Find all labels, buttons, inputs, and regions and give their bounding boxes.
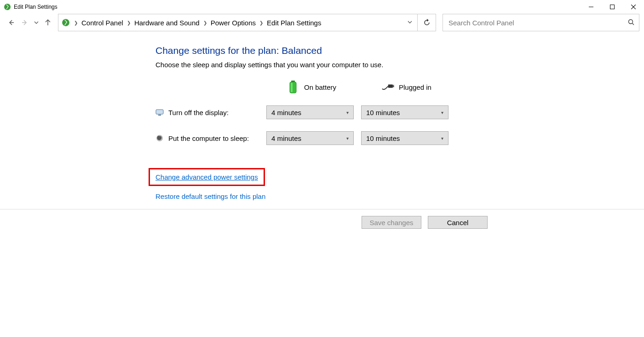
settings-grid: On battery Plugged in Turn off the displ… xyxy=(155,81,644,145)
chevron-down-icon: ▾ xyxy=(441,136,443,141)
page-subtext: Choose the sleep and display settings th… xyxy=(155,61,644,69)
window-title: Edit Plan Settings xyxy=(14,4,58,10)
search-icon[interactable] xyxy=(628,19,634,27)
breadcrumb-item[interactable]: Edit Plan Settings xyxy=(264,19,324,27)
save-button[interactable]: Save changes xyxy=(362,216,421,229)
address-bar[interactable]: ❯ Control Panel ❯ Hardware and Sound ❯ P… xyxy=(58,14,436,31)
svg-line-10 xyxy=(632,23,634,25)
row-label-sleep: Put the computer to sleep: xyxy=(155,134,259,142)
column-header-battery: On battery xyxy=(266,81,354,93)
chevron-right-icon: ❯ xyxy=(126,20,132,25)
restore-defaults-link[interactable]: Restore default settings for this plan xyxy=(155,192,265,200)
chevron-right-icon: ❯ xyxy=(259,20,264,25)
column-header-plugged: Plugged in xyxy=(361,81,448,93)
svg-rect-16 xyxy=(392,87,394,87)
breadcrumb-item[interactable]: Hardware and Sound xyxy=(132,19,202,27)
up-button[interactable] xyxy=(41,16,54,29)
sleep-battery-dropdown[interactable]: 4 minutes ▾ xyxy=(266,131,354,145)
advanced-link-highlight: Change advanced power settings xyxy=(149,168,265,186)
column-header-battery-label: On battery xyxy=(304,83,336,91)
column-header-plugged-label: Plugged in xyxy=(399,83,431,91)
chevron-right-icon: ❯ xyxy=(202,20,208,25)
content-area: Change settings for the plan: Balanced C… xyxy=(0,31,644,200)
plug-icon xyxy=(381,81,394,93)
row-label-sleep-text: Put the computer to sleep: xyxy=(168,134,249,142)
chevron-down-icon: ▾ xyxy=(441,110,443,115)
svg-rect-15 xyxy=(392,85,394,85)
row-label-display: Turn off the display: xyxy=(155,108,259,116)
chevron-right-icon: ❯ xyxy=(73,20,79,25)
sleep-battery-value: 4 minutes xyxy=(271,134,301,142)
svg-point-9 xyxy=(629,19,633,23)
battery-icon xyxy=(287,81,299,93)
svg-rect-17 xyxy=(156,110,163,114)
page-heading: Change settings for the plan: Balanced xyxy=(155,45,644,56)
row-label-display-text: Turn off the display: xyxy=(168,109,229,116)
display-icon xyxy=(155,108,164,116)
sleep-plugged-value: 10 minutes xyxy=(366,134,400,142)
minimize-button[interactable] xyxy=(581,0,602,14)
display-battery-value: 4 minutes xyxy=(271,109,301,116)
footer-bar: Save changes Cancel xyxy=(0,209,644,235)
links-area: Change advanced power settings Restore d… xyxy=(155,168,644,200)
breadcrumb: ❯ Control Panel ❯ Hardware and Sound ❯ P… xyxy=(73,19,402,27)
back-button[interactable] xyxy=(5,16,17,29)
search-box[interactable] xyxy=(443,14,639,31)
advanced-power-settings-link[interactable]: Change advanced power settings xyxy=(155,173,258,181)
titlebar: Edit Plan Settings xyxy=(0,0,644,14)
sleep-icon xyxy=(155,134,164,142)
nav-row: ❯ Control Panel ❯ Hardware and Sound ❯ P… xyxy=(0,14,644,31)
svg-point-0 xyxy=(4,4,11,10)
app-icon xyxy=(4,3,11,11)
search-input[interactable] xyxy=(448,18,628,27)
svg-rect-13 xyxy=(291,83,293,92)
refresh-button[interactable] xyxy=(417,14,436,31)
sleep-plugged-dropdown[interactable]: 10 minutes ▾ xyxy=(361,131,448,145)
svg-line-4 xyxy=(631,5,636,9)
svg-line-3 xyxy=(631,5,636,9)
display-plugged-value: 10 minutes xyxy=(366,109,400,116)
forward-button[interactable] xyxy=(18,16,31,29)
chevron-down-icon: ▾ xyxy=(346,136,349,141)
svg-rect-2 xyxy=(610,5,615,9)
breadcrumb-item[interactable]: Power Options xyxy=(208,19,259,27)
svg-point-8 xyxy=(62,19,69,26)
display-plugged-dropdown[interactable]: 10 minutes ▾ xyxy=(361,105,448,119)
svg-rect-18 xyxy=(158,115,161,116)
display-battery-dropdown[interactable]: 4 minutes ▾ xyxy=(266,105,354,119)
address-dropdown-button[interactable] xyxy=(402,20,417,25)
cancel-button[interactable]: Cancel xyxy=(428,216,488,229)
chevron-down-icon: ▾ xyxy=(346,110,349,115)
recent-locations-button[interactable] xyxy=(32,16,40,29)
breadcrumb-item[interactable]: Control Panel xyxy=(79,19,126,27)
maximize-button[interactable] xyxy=(602,0,623,14)
address-bar-icon xyxy=(58,14,73,31)
close-button[interactable] xyxy=(623,0,644,14)
